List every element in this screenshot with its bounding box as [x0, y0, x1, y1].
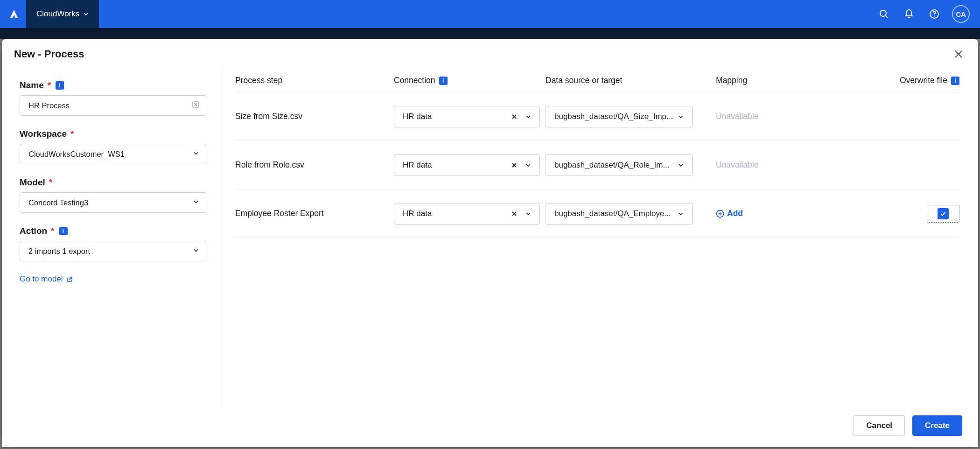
top-navigation: CloudWorks CA: [0, 0, 980, 28]
help-button[interactable]: [927, 7, 942, 21]
close-icon: [511, 210, 518, 217]
name-label: Name* i: [20, 80, 64, 91]
user-avatar[interactable]: CA: [952, 5, 970, 23]
bell-icon: [903, 8, 915, 20]
name-field-group: Name* i: [20, 80, 207, 116]
clear-connection-button[interactable]: [509, 111, 520, 122]
add-circle-icon: [716, 210, 724, 218]
datasource-value: bugbash_dataset/QA_Role_Im...: [554, 161, 675, 170]
svg-point-0: [880, 10, 886, 16]
modal-body: Name* i Workspace* CloudW: [2, 67, 978, 406]
overwrite-checkbox[interactable]: [938, 208, 949, 219]
connection-value: HR data: [403, 209, 509, 218]
info-icon[interactable]: i: [951, 77, 959, 85]
model-field-group: Model* Concord Testing3: [20, 177, 207, 213]
mapping-unavailable: Unavailable: [716, 112, 758, 121]
overwrite-cell: [879, 205, 959, 223]
close-icon: [953, 49, 964, 59]
help-icon: [929, 8, 940, 20]
connection-cell: HR data: [394, 203, 546, 224]
action-value: 2 imports 1 export: [28, 247, 90, 256]
steps-table: Process step Connection i Data source or…: [221, 67, 978, 406]
action-select[interactable]: 2 imports 1 export: [20, 241, 206, 261]
datasource-select[interactable]: bugbash_dataset/QA_Size_Imp...: [546, 106, 693, 127]
connection-select[interactable]: HR data: [394, 106, 540, 127]
brand-dropdown[interactable]: CloudWorks: [26, 0, 99, 28]
table-row: Size from Size.csv HR data bugbash_datas…: [235, 92, 959, 141]
external-link-icon: [66, 276, 73, 283]
chevron-down-icon: [525, 162, 532, 168]
model-label: Model*: [20, 177, 52, 188]
workspace-select[interactable]: CloudWorksCustomer_WS1: [20, 144, 206, 164]
close-icon: [511, 162, 518, 168]
th-process-step: Process step: [235, 76, 394, 85]
close-button[interactable]: [951, 47, 966, 62]
chevron-down-icon: [193, 247, 199, 256]
topbar-actions: CA: [876, 5, 974, 23]
connection-select[interactable]: HR data: [394, 203, 540, 224]
name-input[interactable]: [28, 96, 187, 115]
header-strip: [0, 28, 980, 39]
clear-name-icon[interactable]: [192, 101, 199, 110]
connection-cell: HR data: [394, 154, 546, 176]
mapping-cell: Unavailable: [716, 112, 879, 121]
step-name: Size from Size.csv: [235, 112, 394, 121]
connection-value: HR data: [403, 112, 509, 121]
modal-footer: Cancel Create: [2, 406, 978, 447]
close-icon: [511, 113, 518, 120]
check-icon: [939, 210, 947, 217]
table-header: Process step Connection i Data source or…: [235, 76, 959, 92]
connection-select[interactable]: HR data: [394, 154, 540, 176]
connection-dropdown-button[interactable]: [523, 208, 534, 219]
model-value: Concord Testing3: [28, 198, 88, 207]
datasource-dropdown-button[interactable]: [675, 208, 686, 219]
add-mapping-link[interactable]: Add: [716, 209, 743, 218]
step-name: Employee Roster Export: [235, 209, 394, 218]
info-icon[interactable]: i: [59, 227, 68, 235]
th-mapping: Mapping: [716, 76, 879, 85]
workspace-value: CloudWorksCustomer_WS1: [28, 150, 125, 159]
model-select[interactable]: Concord Testing3: [20, 192, 206, 213]
chevron-down-icon: [193, 198, 199, 207]
go-to-model-link[interactable]: Go to model: [20, 274, 73, 284]
svg-line-1: [886, 16, 888, 18]
datasource-dropdown-button[interactable]: [675, 111, 686, 122]
connection-dropdown-button[interactable]: [523, 160, 534, 171]
clear-connection-button[interactable]: [509, 160, 520, 171]
search-button[interactable]: [876, 7, 891, 21]
datasource-dropdown-button[interactable]: [675, 160, 686, 171]
datasource-cell: bugbash_dataset/QA_Role_Im...: [546, 154, 716, 176]
modal-title: New - Process: [14, 48, 84, 60]
datasource-value: bugbash_dataset/QA_Size_Imp...: [554, 112, 675, 121]
chevron-down-icon: [678, 113, 684, 120]
cancel-button[interactable]: Cancel: [854, 415, 905, 436]
create-button[interactable]: Create: [912, 415, 962, 436]
svg-point-3: [934, 15, 935, 16]
modal-header: New - Process: [2, 39, 978, 67]
chevron-down-icon: [83, 11, 89, 17]
action-label: Action* i: [20, 226, 68, 236]
notifications-button[interactable]: [902, 7, 917, 21]
chevron-down-icon: [678, 210, 684, 217]
name-input-wrapper: [20, 95, 206, 116]
th-datasource: Data source or target: [546, 76, 716, 85]
table-row: Role from Role.csv HR data bugbash_datas…: [235, 141, 959, 189]
datasource-select[interactable]: bugbash_dataset/QA_Role_Im...: [546, 154, 693, 176]
overwrite-checkbox-focus: [927, 205, 959, 223]
workspace-label: Workspace*: [20, 129, 74, 139]
mapping-cell: Add: [716, 209, 879, 218]
new-process-modal: New - Process Name* i: [2, 39, 978, 447]
search-icon: [878, 8, 889, 20]
th-overwrite: Overwrite file i: [879, 76, 959, 85]
workspace-field-group: Workspace* CloudWorksCustomer_WS1: [20, 129, 207, 164]
avatar-initials: CA: [956, 10, 966, 18]
mapping-cell: Unavailable: [716, 160, 879, 170]
connection-dropdown-button[interactable]: [523, 111, 534, 122]
mapping-unavailable: Unavailable: [716, 160, 758, 170]
clear-connection-button[interactable]: [509, 208, 520, 219]
info-icon[interactable]: i: [439, 77, 448, 85]
th-connection: Connection i: [394, 76, 546, 85]
info-icon[interactable]: i: [56, 81, 64, 90]
datasource-select[interactable]: bugbash_dataset/QA_Employe...: [546, 203, 693, 224]
chevron-down-icon: [678, 162, 684, 168]
